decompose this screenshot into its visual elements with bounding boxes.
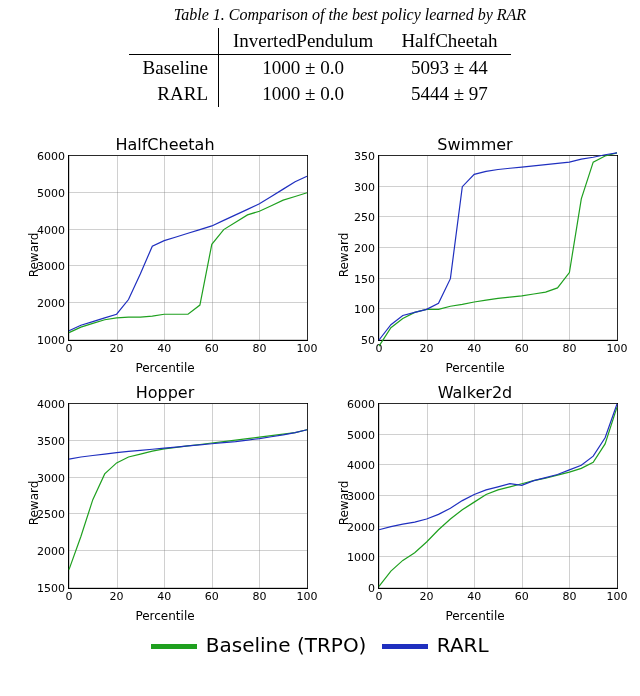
y-tick: 3000 [37, 260, 69, 273]
y-tick: 4000 [37, 223, 69, 236]
y-tick: 350 [354, 150, 379, 163]
cell: 5444 ± 97 [387, 81, 511, 107]
row-label: Baseline [129, 55, 219, 82]
x-tick: 100 [297, 340, 318, 355]
series-line [379, 153, 617, 340]
legend-item: Baseline (TRPO) [151, 633, 366, 657]
y-tick: 200 [354, 242, 379, 255]
legend-swatch-icon [382, 644, 428, 649]
y-tick: 2500 [37, 508, 69, 521]
table-row: RARL 1000 ± 0.0 5444 ± 97 [129, 81, 512, 107]
x-tick: 60 [205, 340, 219, 355]
series-line [69, 430, 307, 570]
x-tick: 100 [607, 340, 628, 355]
y-tick: 4000 [347, 459, 379, 472]
x-tick: 80 [252, 588, 266, 603]
x-tick: 20 [420, 588, 434, 603]
legend: Baseline (TRPO) RARL [0, 627, 640, 657]
x-tick: 20 [110, 340, 124, 355]
table-row: Baseline 1000 ± 0.0 5093 ± 44 [129, 55, 512, 82]
x-axis-label: Percentile [14, 361, 316, 375]
y-tick: 1000 [37, 334, 69, 347]
plot-area: 02040608010050100150200250300350 [378, 155, 618, 341]
y-tick: 3000 [37, 471, 69, 484]
y-axis-label: Reward [337, 481, 351, 526]
x-tick: 20 [110, 588, 124, 603]
cell: 1000 ± 0.0 [219, 81, 388, 107]
y-tick: 4000 [37, 398, 69, 411]
y-tick: 2000 [37, 297, 69, 310]
series-line [379, 153, 617, 346]
y-tick: 5000 [37, 186, 69, 199]
x-tick: 100 [607, 588, 628, 603]
y-tick: 3000 [347, 490, 379, 503]
chart-swimmer: SwimmerRewardPercentile02040608010050100… [324, 135, 626, 375]
x-axis-label: Percentile [14, 609, 316, 623]
row-label: RARL [129, 81, 219, 107]
y-tick: 6000 [37, 150, 69, 163]
x-tick: 40 [467, 340, 481, 355]
plot-area: 020406080100150020002500300035004000 [68, 403, 308, 589]
x-tick: 80 [252, 340, 266, 355]
x-tick: 60 [515, 340, 529, 355]
y-tick: 2000 [37, 545, 69, 558]
y-axis-label: Reward [337, 233, 351, 278]
series-line [379, 404, 617, 530]
y-tick: 250 [354, 211, 379, 224]
series-line [69, 193, 307, 333]
table-caption: Table 1. Comparison of the best policy l… [0, 0, 640, 28]
plot-area: 020406080100100020003000400050006000 [68, 155, 308, 341]
y-tick: 50 [361, 334, 379, 347]
col-header: InvertedPendulum [219, 28, 388, 55]
y-tick: 150 [354, 272, 379, 285]
y-tick: 2000 [347, 520, 379, 533]
x-tick: 40 [467, 588, 481, 603]
series-line [69, 176, 307, 331]
x-tick: 80 [562, 588, 576, 603]
x-axis-label: Percentile [324, 609, 626, 623]
x-tick: 60 [205, 588, 219, 603]
comparison-table: InvertedPendulum HalfCheetah Baseline 10… [129, 28, 512, 107]
y-tick: 5000 [347, 428, 379, 441]
col-header: HalfCheetah [387, 28, 511, 55]
x-tick: 100 [297, 588, 318, 603]
y-tick: 100 [354, 303, 379, 316]
x-tick: 60 [515, 588, 529, 603]
chart-walker2d: Walker2dRewardPercentile0204060801000100… [324, 383, 626, 623]
x-tick: 80 [562, 340, 576, 355]
y-tick: 6000 [347, 398, 379, 411]
series-line [379, 407, 617, 586]
cell: 5093 ± 44 [387, 55, 511, 82]
y-tick: 1500 [37, 582, 69, 595]
y-tick: 0 [368, 582, 379, 595]
legend-swatch-icon [151, 644, 197, 649]
y-tick: 3500 [37, 434, 69, 447]
chart-halfcheetah: HalfCheetahRewardPercentile0204060801001… [14, 135, 316, 375]
y-tick: 300 [354, 180, 379, 193]
legend-item: RARL [382, 633, 488, 657]
x-tick: 40 [157, 588, 171, 603]
y-tick: 1000 [347, 551, 379, 564]
chart-hopper: HopperRewardPercentile020406080100150020… [14, 383, 316, 623]
series-line [69, 430, 307, 459]
x-axis-label: Percentile [324, 361, 626, 375]
x-tick: 40 [157, 340, 171, 355]
legend-label: RARL [437, 633, 489, 657]
x-tick: 20 [420, 340, 434, 355]
cell: 1000 ± 0.0 [219, 55, 388, 82]
plot-area: 0204060801000100020003000400050006000 [378, 403, 618, 589]
legend-label: Baseline (TRPO) [206, 633, 367, 657]
